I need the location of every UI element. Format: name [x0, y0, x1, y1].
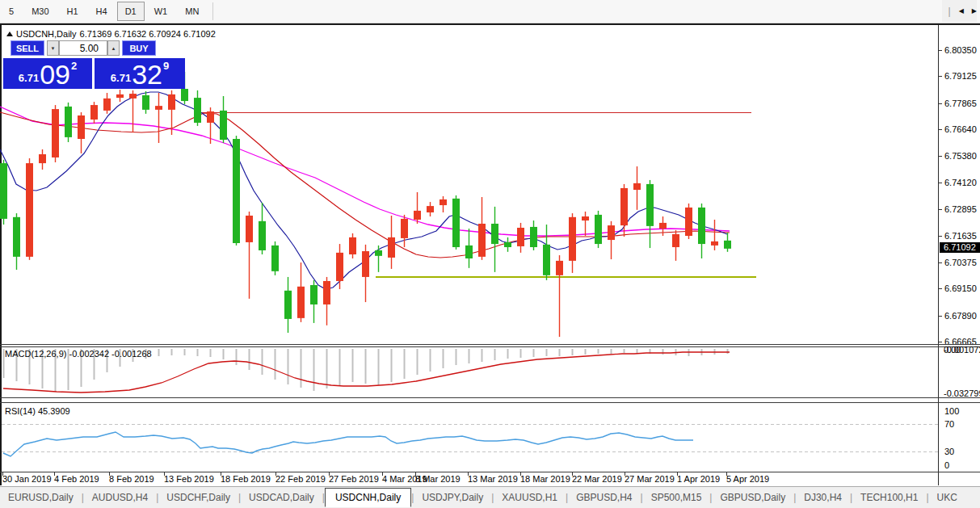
rsi-axis-label: 0 — [944, 460, 949, 470]
date-axis-label: 18 Mar 2019 — [520, 474, 570, 484]
price-axis-tick — [939, 103, 942, 104]
panel-separator[interactable] — [0, 344, 980, 345]
chart-tab-gbpusd-daily[interactable]: GBPUSD,Daily — [712, 489, 793, 506]
volume-decrease-button[interactable]: ▼ — [47, 40, 59, 56]
date-axis-label: 22 Feb 2019 — [275, 474, 326, 484]
panel-separator[interactable] — [0, 397, 980, 398]
price-axis-label: 6.67890 — [944, 311, 977, 321]
chart-ohlc-values: 6.71369 6.71632 6.70924 6.71092 — [80, 29, 216, 39]
panel-separator[interactable] — [0, 472, 980, 472]
date-axis-label: 4 Feb 2019 — [54, 474, 99, 484]
price-axis-tick — [939, 209, 942, 210]
macd-axis-min-label: -0.032799 — [944, 388, 980, 398]
bid-price-pipette: 2 — [71, 60, 77, 72]
bid-price-big: 09 — [40, 62, 70, 86]
chart-tab-usdjpy-daily[interactable]: USDJPY,Daily — [414, 489, 491, 506]
price-axis-tick — [939, 342, 942, 342]
chevron-up-icon: ▲ — [111, 46, 116, 51]
price-axis-label: 6.80350 — [944, 45, 977, 55]
date-axis-label: 1 Apr 2019 — [677, 474, 720, 484]
bid-price-box[interactable]: 6.71 09 2 — [3, 58, 92, 89]
price-axis-tick — [939, 236, 942, 237]
chart-tab-usdchf-daily[interactable]: USDCHF,Daily — [158, 489, 238, 506]
chevron-down-icon: ▼ — [51, 46, 56, 51]
date-axis-label: 13 Mar 2019 — [468, 474, 518, 484]
chart-tab-bar: EURUSD,Daily|AUDUSD,H4|USDCHF,Daily|USDC… — [0, 486, 980, 508]
price-axis-tick — [939, 183, 942, 183]
rsi-axis-label: 70 — [944, 419, 954, 429]
price-axis-tick — [939, 262, 942, 263]
panel-separator[interactable] — [0, 346, 980, 347]
price-axis-label: 6.76640 — [944, 124, 977, 134]
price-axis-tick — [939, 156, 942, 157]
date-axis-label: 8 Feb 2019 — [109, 474, 154, 484]
date-axis-label: 13 Feb 2019 — [164, 474, 214, 484]
mt4-terminal: 5M30H1H4D1W1MN USDCNH,Daily 6.71369 6.71… — [0, 0, 980, 508]
price-axis-tick — [939, 50, 942, 51]
price-axis-tick — [939, 288, 942, 289]
chart-tab-usdcnh-daily[interactable]: USDCNH,Daily — [325, 488, 411, 507]
rsi-axis-label: 30 — [944, 447, 954, 456]
chart-tab-sp500-m15[interactable]: SP500,M15 — [643, 489, 710, 506]
rsi-axis-label: 100 — [944, 406, 959, 416]
price-axis-label: 6.69150 — [944, 283, 977, 293]
ask-price-pipette: 9 — [163, 60, 169, 72]
chart-tab-gbpusd-h4[interactable]: GBPUSD,H4 — [568, 489, 640, 506]
price-axis-tick — [939, 316, 942, 317]
sell-button[interactable]: SELL — [11, 40, 44, 56]
buy-button[interactable]: BUY — [122, 40, 156, 56]
chart-tab-usdcad-daily[interactable]: USDCAD,Daily — [241, 489, 322, 506]
price-axis-label: 6.75380 — [944, 151, 977, 161]
chart-header: USDCNH,Daily 6.71369 6.71632 6.70924 6.7… — [6, 29, 216, 39]
date-axis-label: 5 Apr 2019 — [726, 474, 769, 484]
date-axis-label: 22 Mar 2019 — [572, 474, 622, 484]
panel-separator[interactable] — [0, 402, 980, 403]
chart-tab-tech100-h1[interactable]: TECH100,H1 — [852, 489, 926, 506]
date-axis: 30 Jan 20194 Feb 20198 Feb 201913 Feb 20… — [0, 472, 938, 485]
price-axis-label: 6.79125 — [944, 71, 977, 81]
current-price-label: 6.71092 — [940, 242, 980, 253]
ask-price-small: 6.71 — [111, 72, 131, 84]
date-axis-label: 30 Jan 2019 — [2, 474, 52, 484]
chart-tab-xauusd-h1[interactable]: XAUUSD,H1 — [494, 489, 566, 506]
volume-input[interactable]: 5.00 — [59, 40, 107, 56]
bid-price-small: 6.71 — [19, 72, 39, 84]
price-axis-label: 6.77865 — [944, 99, 977, 108]
chart-tab-dj30-h4[interactable]: DJ30,H4 — [796, 489, 850, 506]
price-axis-label: 6.71635 — [944, 231, 977, 241]
date-axis-label: 8 Mar 2019 — [415, 474, 461, 484]
chart-symbol-title: USDCNH,Daily — [16, 29, 77, 39]
date-axis-label: 27 Feb 2019 — [329, 474, 379, 484]
ask-price-box[interactable]: 6.71 32 9 — [95, 58, 185, 89]
volume-increase-button[interactable]: ▲ — [107, 40, 120, 56]
collapse-panel-icon[interactable] — [6, 31, 13, 36]
macd-indicator-label: MACD(12,26,9) -0.002342 -0.001268 — [5, 349, 152, 359]
price-axis-label: 6.72895 — [944, 204, 977, 214]
price-axis-tick — [939, 129, 942, 130]
ask-price-big: 32 — [132, 62, 162, 86]
date-axis-label: 27 Mar 2019 — [625, 474, 675, 484]
rsi-indicator-label: RSI(14) 45.3909 — [5, 406, 70, 416]
chart-tab-audusd-h4[interactable]: AUDUSD,H4 — [84, 489, 156, 506]
chart-tab-eurusd-daily[interactable]: EURUSD,Daily — [0, 489, 82, 506]
price-axis-label: 6.70375 — [944, 258, 977, 267]
chart-tab-ukc[interactable]: UKC — [929, 489, 965, 506]
macd-axis-zero-label: 0.00 — [944, 345, 961, 355]
price-axis-tick — [939, 76, 942, 77]
price-axis: 6.71092 6.803506.791256.778656.766406.75… — [938, 25, 980, 485]
date-axis-label: 18 Feb 2019 — [221, 474, 271, 484]
price-axis-label: 6.74120 — [944, 178, 977, 187]
